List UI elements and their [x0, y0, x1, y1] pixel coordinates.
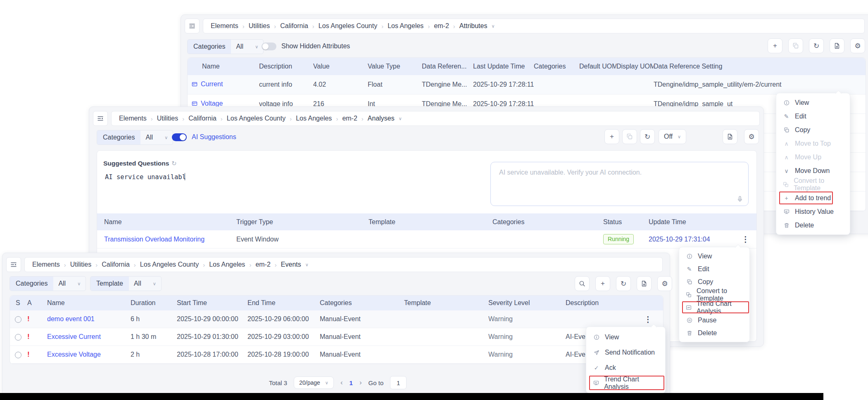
row-actions-kebab[interactable]: ⋮: [644, 315, 652, 324]
event-state-icon[interactable]: [15, 352, 21, 358]
ai-suggestions-toggle[interactable]: [172, 133, 187, 141]
template-icon: [686, 292, 692, 298]
page-size-select[interactable]: 20/page ∨: [294, 376, 334, 389]
menu-item-view[interactable]: View: [586, 329, 665, 345]
attribute-row-context-menu: View ✎Edit Copy ∧Move to Top ∧Move Up ∨M…: [776, 93, 850, 235]
gear-icon: ⚙: [748, 133, 754, 141]
breadcrumb-item-los-angeles[interactable]: Los Angeles: [388, 22, 423, 30]
off-dropdown[interactable]: Off ∨: [659, 129, 686, 144]
table-row-event[interactable]: ! Excessive Current 1 h 30 m 2025-10-29 …: [10, 328, 663, 346]
attribute-name-link[interactable]: Current: [201, 80, 223, 88]
template-filter[interactable]: Template All∨: [90, 276, 162, 291]
menu-item-copy[interactable]: Copy: [679, 275, 749, 288]
breadcrumb-item-la-county[interactable]: Los Angeles County: [319, 22, 377, 30]
breadcrumb-item-la-county[interactable]: Los Angeles County: [227, 115, 285, 122]
attributes-toolbar: + ↻ ⚙: [768, 38, 865, 53]
view-selector[interactable]: Analyses: [368, 115, 395, 122]
event-state-icon[interactable]: [15, 316, 21, 323]
analysis-name-link[interactable]: Transmission Overload Monitoring: [104, 236, 205, 243]
menu-item-trend-chart-analysis[interactable]: Trend Chart Analysis: [586, 375, 665, 391]
event-name-link[interactable]: Excessive Current: [47, 333, 101, 340]
row-actions-kebab[interactable]: ⋮: [742, 235, 749, 244]
data-reference-setting-link[interactable]: TDengine/idmp_sample_utility/em-2/curren…: [654, 75, 786, 95]
prev-page-button[interactable]: ‹: [340, 379, 343, 387]
settings-button[interactable]: ⚙: [850, 38, 865, 53]
breadcrumb-item-los-angeles[interactable]: Los Angeles: [296, 115, 332, 122]
menu-item-add-to-trend[interactable]: +Add to trend: [776, 191, 850, 205]
mic-icon[interactable]: [737, 196, 743, 202]
menu-item-history-value[interactable]: History Value: [776, 205, 850, 218]
refresh-button[interactable]: ↻: [809, 38, 824, 53]
breadcrumb-item-elements[interactable]: Elements: [32, 261, 60, 268]
menu-item-trend-chart-analysis[interactable]: Trend Chart Analysis: [679, 301, 749, 314]
event-name-link[interactable]: Excessive Voltage: [47, 351, 101, 358]
table-row-analysis[interactable]: Transmission Overload Monitoring Event W…: [97, 230, 756, 249]
settings-button[interactable]: ⚙: [744, 129, 759, 144]
collapse-sidebar-icon[interactable]: [93, 111, 108, 126]
menu-item-view[interactable]: View: [679, 250, 749, 263]
collapse-sidebar-icon[interactable]: [6, 257, 21, 272]
add-event-button[interactable]: +: [595, 276, 610, 291]
export-button[interactable]: [830, 38, 844, 53]
menu-item-pause[interactable]: Pause: [679, 314, 749, 327]
show-hidden-attributes-toggle[interactable]: [262, 43, 276, 50]
breadcrumb-separator: ›: [312, 23, 314, 30]
menu-item-delete[interactable]: Delete: [679, 327, 749, 339]
current-page[interactable]: 1: [350, 379, 353, 386]
menu-item-edit[interactable]: ✎Edit: [679, 263, 749, 275]
breadcrumb-item-elements[interactable]: Elements: [119, 115, 147, 122]
ai-suggestions-label: AI Suggestions: [192, 133, 236, 141]
categories-filter[interactable]: Categories All∨: [187, 39, 264, 54]
event-name-link[interactable]: demo event 001: [47, 315, 95, 322]
breadcrumb-separator: ›: [361, 115, 364, 122]
alarm-icon: !: [27, 333, 30, 341]
refresh-button[interactable]: ↻: [616, 276, 631, 291]
menu-item-view[interactable]: View: [776, 96, 850, 109]
goto-page-input[interactable]: [390, 376, 407, 389]
breadcrumb-item-elements[interactable]: Elements: [211, 22, 238, 30]
breadcrumb-item-la-county[interactable]: Los Angeles County: [140, 261, 199, 268]
next-page-button[interactable]: ›: [359, 379, 362, 387]
table-row-event[interactable]: ! Excessive Voltage 2 h 2025-10-28 17:00…: [10, 346, 663, 364]
breadcrumb-item-utilities[interactable]: Utilities: [157, 115, 178, 122]
copy-attribute-button[interactable]: [788, 38, 803, 53]
view-selector[interactable]: Attributes: [459, 22, 488, 30]
export-button[interactable]: [637, 276, 652, 291]
collapse-sidebar-icon[interactable]: [185, 19, 200, 33]
categories-filter-label: Categories: [188, 40, 231, 54]
menu-item-copy[interactable]: Copy: [776, 123, 850, 137]
analyses-table-header: Name Trigger Type Template Categories St…: [97, 213, 756, 230]
menu-item-edit[interactable]: ✎Edit: [776, 109, 850, 123]
breadcrumb-item-utilities[interactable]: Utilities: [249, 22, 270, 30]
breadcrumb-item-california[interactable]: California: [102, 261, 130, 268]
breadcrumb-item-em-2[interactable]: em-2: [434, 22, 449, 30]
menu-item-delete[interactable]: Delete: [776, 218, 850, 232]
menu-item-send-notification[interactable]: Send Notification: [586, 345, 665, 360]
view-selector[interactable]: Events: [281, 261, 301, 268]
menu-item-ack[interactable]: ✓Ack: [586, 360, 665, 375]
add-analysis-button[interactable]: +: [604, 129, 619, 144]
categories-filter[interactable]: Categories All∨: [97, 130, 173, 145]
breadcrumb-item-california[interactable]: California: [188, 115, 216, 122]
event-state-icon[interactable]: [15, 334, 21, 341]
breadcrumb-item-los-angeles[interactable]: Los Angeles: [209, 261, 245, 268]
breadcrumb-item-em-2[interactable]: em-2: [255, 261, 270, 268]
export-button[interactable]: [723, 129, 737, 144]
settings-button[interactable]: ⚙: [657, 276, 672, 291]
ai-question-input[interactable]: AI service unavailable. Verify your AI c…: [490, 162, 749, 206]
menu-item-move-down[interactable]: ∨Move Down: [776, 164, 850, 178]
copy-analysis-button[interactable]: [622, 129, 637, 144]
breadcrumb-item-em-2[interactable]: em-2: [342, 115, 357, 122]
add-attribute-button[interactable]: +: [768, 38, 782, 53]
menu-item-convert-to-template[interactable]: Convert to Template: [679, 288, 749, 301]
search-button[interactable]: [575, 276, 590, 291]
refresh-suggestions-icon[interactable]: ↻: [171, 160, 177, 167]
refresh-button[interactable]: ↻: [640, 129, 655, 144]
breadcrumb-separator: ›: [275, 261, 277, 268]
breadcrumb-item-utilities[interactable]: Utilities: [70, 261, 92, 268]
table-row-current[interactable]: Current current info 4.02 Float TDengine…: [188, 75, 866, 95]
table-row-event[interactable]: ! demo event 001 6 h 2025-10-29 00:00:00…: [10, 310, 663, 328]
show-hidden-attributes-label: Show Hidden Attributes: [281, 43, 350, 50]
breadcrumb-item-california[interactable]: California: [280, 22, 308, 30]
categories-filter[interactable]: Categories All∨: [10, 276, 86, 291]
